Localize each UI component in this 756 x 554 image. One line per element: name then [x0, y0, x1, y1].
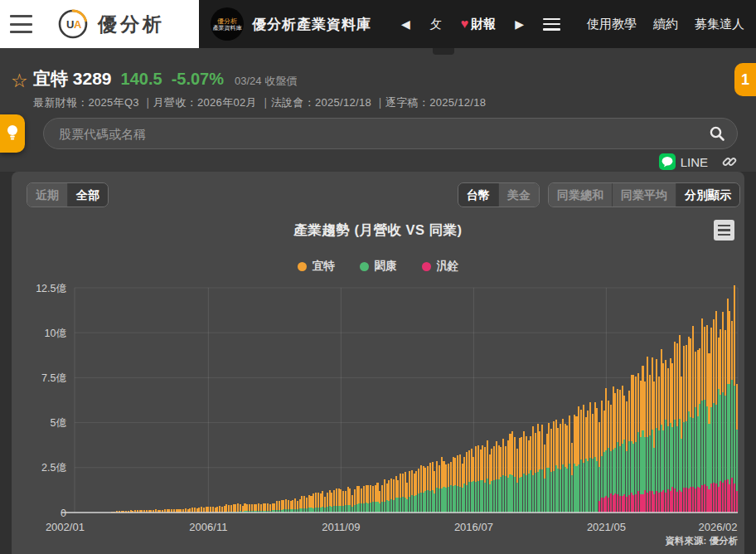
chart-source: 資料來源: 優分析: [665, 535, 738, 547]
share-row: LINE: [659, 153, 738, 170]
chart-context-menu-button[interactable]: [714, 220, 734, 241]
x-axis-label: 2021/05: [587, 521, 626, 533]
legend-item-1[interactable]: 閎康: [360, 259, 397, 274]
range-toggle-group: 近期全部: [27, 182, 109, 207]
legend-dot-icon: [360, 262, 369, 271]
range-button-0[interactable]: 近期: [27, 183, 67, 207]
line-share-button[interactable]: LINE: [659, 153, 708, 170]
svg-text:A: A: [74, 18, 82, 31]
badge-line1: 優分析: [217, 17, 237, 25]
chart-toolbar: 近期全部 台幣美金 同業總和同業平均分別顯示: [27, 182, 740, 207]
currency-button-0[interactable]: 台幣: [458, 183, 498, 207]
brand-logo[interactable]: U A 優分析: [56, 7, 165, 41]
mode-button-1[interactable]: 同業平均: [612, 183, 676, 207]
heart-icon: ♥: [461, 17, 469, 32]
y-axis-labels: 02.5億5億7.5億10億12.5億: [36, 283, 66, 519]
hamburger-menu-icon[interactable]: [10, 15, 32, 33]
carousel-tab-favorite[interactable]: ♥ 財報: [461, 17, 497, 32]
stock-summary: 宜特 3289 140.5 -5.07% 03/24 收盤價: [33, 67, 297, 90]
search-input[interactable]: [43, 118, 738, 149]
carousel-next-icon[interactable]: ▶: [515, 17, 524, 31]
display-mode-toggle-group: 同業總和同業平均分別顯示: [548, 182, 740, 207]
right-toggle-groups: 台幣美金 同業總和同業平均分別顯示: [458, 182, 740, 207]
y-axis-label: 10億: [45, 328, 67, 339]
nav-link-tutorial[interactable]: 使用教學: [587, 17, 637, 32]
tab-carousel: ◀ 攵 ♥ 財報 ▶: [401, 17, 560, 32]
range-button-1[interactable]: 全部: [67, 183, 108, 207]
search-icon[interactable]: [709, 125, 725, 142]
line-icon: [659, 153, 676, 170]
currency-button-1[interactable]: 美金: [498, 183, 539, 207]
nav-links: 使用教學 續約 募集達人: [587, 17, 756, 32]
database-badge-icon[interactable]: 優分析 產業資料庫: [211, 7, 244, 41]
notification-badge[interactable]: 1: [734, 63, 756, 96]
legend-label: 宜特: [313, 259, 335, 274]
y-axis-label: 0: [61, 508, 66, 519]
mode-button-2[interactable]: 分別顯示: [676, 183, 739, 207]
currency-toggle-group: 台幣美金: [458, 182, 540, 207]
nav-menu-icon[interactable]: [543, 18, 560, 31]
dark-nav-bar: 優分析 產業資料庫 優分析產業資料庫 ◀ 攵 ♥ 財報 ▶ 使用教學 續約 募集…: [199, 0, 756, 48]
x-axis-label: 2026/02: [699, 521, 738, 533]
nav-link-recruit[interactable]: 募集達人: [695, 17, 744, 32]
carousel-tab-label: 財報: [471, 17, 496, 32]
legend-label: 閎康: [375, 259, 397, 274]
x-axis-labels: 2002/012006/112011/092016/072021/052026/…: [46, 521, 738, 533]
chart-title: 產業趨勢 (月營收 VS 同業): [12, 221, 744, 240]
legend-label: 汎銓: [437, 259, 459, 274]
carousel-tab-partial[interactable]: 攵: [429, 17, 442, 32]
badge-line2: 產業資料庫: [213, 25, 242, 32]
stock-price: 140.5: [121, 70, 162, 89]
x-axis-label: 2016/07: [454, 521, 493, 533]
stock-change-percent: -5.07%: [172, 70, 224, 89]
x-axis-label: 2006/11: [189, 521, 227, 533]
chart-legend: 宜特閎康汎銓: [12, 259, 744, 274]
stock-price-note: 03/24 收盤價: [235, 74, 297, 89]
app-root: U A 優分析 優分析 產業資料庫 優分析產業資料庫 ◀ 攵 ♥ 財報 ▶: [0, 0, 756, 554]
stock-name-code: 宜特 3289: [33, 67, 112, 90]
y-axis-label: 5億: [51, 417, 67, 429]
y-axis-label: 2.5億: [41, 462, 66, 474]
nav-title: 優分析產業資料庫: [252, 15, 371, 34]
brand-name: 優分析: [98, 12, 165, 37]
legend-item-0[interactable]: 宜特: [298, 259, 335, 274]
legend-item-2[interactable]: 汎銓: [422, 259, 459, 274]
legend-dot-icon: [298, 262, 307, 271]
stock-meta-line: 最新財報：2025年Q3 ｜月營收：2026年02月 ｜法說會：2025/12/…: [33, 95, 486, 110]
copy-link-icon[interactable]: [721, 153, 738, 170]
tip-bulb-button[interactable]: [0, 114, 25, 153]
mode-button-0[interactable]: 同業總和: [549, 183, 612, 207]
svg-text:U: U: [66, 18, 74, 31]
y-axis-label: 12.5億: [36, 283, 66, 294]
top-bar: U A 優分析 優分析 產業資料庫 優分析產業資料庫 ◀ 攵 ♥ 財報 ▶: [0, 0, 756, 48]
carousel-prev-icon[interactable]: ◀: [401, 17, 410, 31]
stock-search: [43, 118, 738, 149]
nav-tab-notch: [433, 48, 454, 55]
y-axis-label: 7.5億: [41, 372, 66, 384]
chart-card: 02.5億5億7.5億10億12.5億2002/012006/112011/09…: [12, 172, 744, 554]
x-axis-label: 2011/09: [322, 521, 360, 533]
nav-link-renew[interactable]: 續約: [653, 17, 678, 32]
favorite-star-icon[interactable]: ☆: [11, 71, 28, 90]
lightbulb-icon: [5, 124, 20, 143]
ua-logo-icon: U A: [56, 7, 90, 41]
line-label: LINE: [681, 155, 708, 169]
stock-header-section: ☆ 宜特 3289 140.5 -5.07% 03/24 收盤價 最新財報：20…: [0, 48, 756, 172]
legend-dot-icon: [422, 262, 431, 271]
x-axis-label: 2002/01: [46, 521, 85, 533]
